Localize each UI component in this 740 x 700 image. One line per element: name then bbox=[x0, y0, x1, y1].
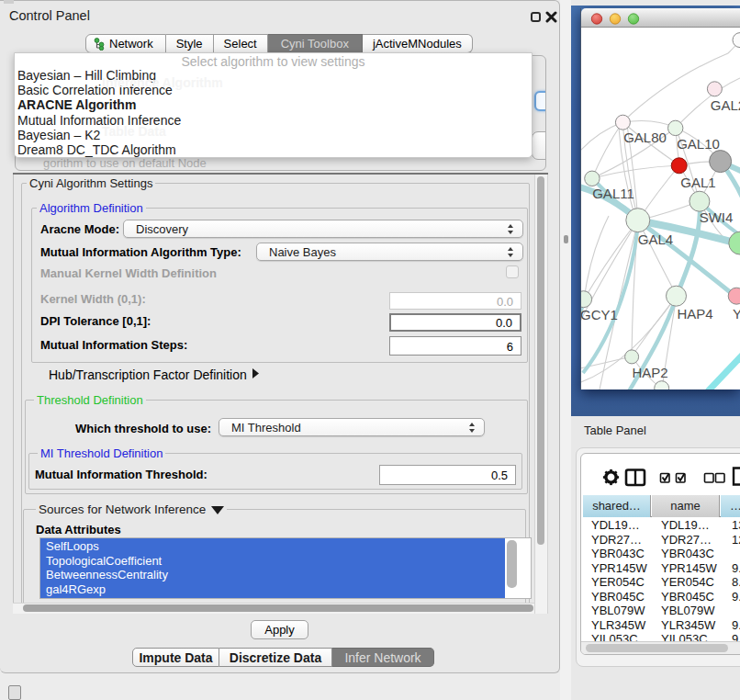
svg-text:GAL1: GAL1 bbox=[680, 175, 715, 190]
svg-text:GAL4: GAL4 bbox=[638, 231, 673, 247]
svg-text:SWI4: SWI4 bbox=[700, 209, 734, 225]
svg-text:GAL11: GAL11 bbox=[592, 186, 634, 201]
svg-text:HAP2: HAP2 bbox=[632, 365, 667, 380]
svg-text:YM: YM bbox=[733, 306, 740, 322]
svg-text:GAL2: GAL2 bbox=[711, 97, 740, 113]
svg-text:GAL80: GAL80 bbox=[623, 130, 667, 145]
svg-text:GAL10: GAL10 bbox=[677, 136, 720, 152]
svg-text:GCY1: GCY1 bbox=[581, 307, 618, 322]
svg-text:HAP4: HAP4 bbox=[677, 306, 712, 322]
